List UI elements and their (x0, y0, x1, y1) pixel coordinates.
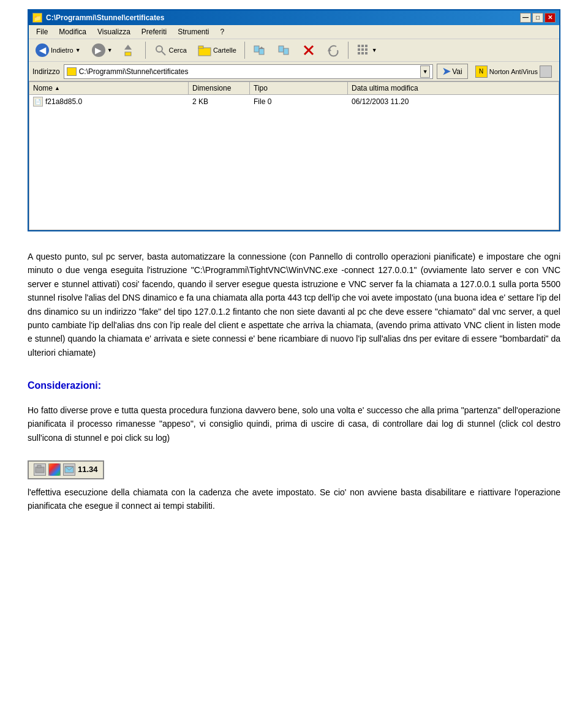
explorer-window: 📁 C:\Programmi\Stunnel\certificates — □ … (28, 9, 560, 231)
paragraph-2: Ho fatto diverse prove e tutta questa pr… (28, 403, 560, 444)
search-label: Cerca (169, 47, 187, 54)
minimize-button[interactable]: — (520, 13, 531, 23)
maximize-button[interactable]: □ (532, 13, 543, 23)
svg-point-2 (156, 46, 162, 52)
taskbar-widget: 11.34 (28, 460, 104, 479)
svg-line-3 (162, 51, 165, 55)
back-arrow-icon: ◀ (36, 43, 49, 57)
svg-rect-4 (198, 48, 211, 56)
go-label: Vai (452, 67, 462, 76)
taskbar-icon-3 (63, 463, 75, 476)
svg-rect-0 (125, 52, 131, 56)
up-button[interactable] (119, 41, 141, 59)
taskbar-image: 11.34 (28, 454, 560, 486)
norton-label: Norton AntiVirus (489, 68, 538, 75)
header-date[interactable]: Data ultima modifica (348, 82, 559, 94)
undo-button[interactable] (322, 41, 344, 59)
address-bar: Indirizzo C:\Programmi\Stunnel\certifica… (29, 62, 559, 81)
svg-rect-18 (361, 48, 364, 51)
delete-icon (302, 43, 315, 57)
header-name[interactable]: Nome ▲ (29, 82, 189, 94)
svg-rect-24 (37, 465, 41, 468)
back-dropdown-icon: ▼ (75, 47, 81, 53)
svg-rect-10 (284, 48, 288, 54)
title-bar: 📁 C:\Programmi\Stunnel\certificates — □ … (29, 10, 559, 25)
forward-arrow-icon: ▶ (92, 43, 105, 57)
menu-file[interactable]: File (31, 26, 53, 37)
xp-logo-icon (49, 463, 60, 476)
svg-rect-7 (259, 48, 264, 54)
toolbar: ◀ Indietro ▼ ▶ ▼ (29, 39, 559, 62)
folders-label: Cartelle (213, 47, 236, 54)
file-name-cell: 📄 f21a8d85.0 (29, 96, 189, 108)
svg-rect-14 (358, 45, 360, 47)
svg-rect-20 (358, 52, 360, 54)
views-dropdown-icon: ▼ (372, 47, 377, 53)
header-type[interactable]: Tipo (250, 82, 348, 94)
file-type-cell: File 0 (250, 96, 348, 108)
address-dropdown[interactable]: ▼ (420, 66, 430, 78)
menu-preferiti[interactable]: Preferiti (137, 26, 172, 37)
sort-arrow-icon: ▲ (55, 85, 60, 91)
paragraph-1: A questo punto, sul pc server, basta aut… (28, 250, 560, 359)
address-input-wrap[interactable]: C:\Programmi\Stunnel\certificates ▼ (64, 64, 434, 79)
forward-dropdown-icon: ▼ (107, 47, 113, 53)
copy-icon (277, 43, 291, 57)
svg-marker-8 (259, 47, 264, 49)
svg-rect-9 (279, 46, 284, 52)
norton-area: N Norton AntiVirus (472, 66, 556, 78)
svg-rect-17 (358, 48, 360, 51)
search-button[interactable]: Cerca (149, 41, 191, 59)
go-arrow-icon: ➤ (442, 66, 450, 77)
menu-strumenti[interactable]: Strumenti (173, 26, 214, 37)
svg-rect-6 (254, 46, 259, 52)
file-date-cell: 06/12/2003 11.20 (348, 96, 559, 108)
norton-icon: N (475, 66, 488, 78)
address-label: Indirizzo (32, 67, 60, 76)
undo-icon (326, 43, 340, 57)
taskbar-time: 11.34 (78, 463, 98, 476)
title-bar-controls: — □ ✕ (520, 13, 556, 23)
search-icon (154, 43, 167, 57)
move-button[interactable] (249, 41, 271, 59)
back-button[interactable]: ◀ Indietro ▼ (31, 41, 85, 59)
header-size[interactable]: Dimensione (189, 82, 250, 94)
close-button[interactable]: ✕ (545, 13, 556, 23)
delete-button[interactable] (298, 41, 320, 59)
svg-rect-21 (361, 52, 364, 54)
svg-rect-16 (365, 45, 368, 47)
file-list-header: Nome ▲ Dimensione Tipo Data ultima modif… (29, 82, 559, 95)
file-size-cell: 2 KB (189, 96, 250, 108)
paragraph-3: l'effettiva esecuzione della chiamata co… (28, 486, 560, 513)
menu-visualizza[interactable]: Visualizza (92, 26, 135, 37)
title-bar-left: 📁 C:\Programmi\Stunnel\certificates (32, 13, 164, 23)
svg-marker-1 (124, 45, 132, 50)
copy-button[interactable] (273, 41, 295, 59)
file-list-body: 📄 f21a8d85.0 2 KB File 0 06/12/2003 11.2… (29, 95, 559, 230)
go-button[interactable]: ➤ Vai (437, 64, 467, 79)
views-button[interactable]: ▼ (352, 41, 382, 59)
table-row[interactable]: 📄 f21a8d85.0 2 KB File 0 06/12/2003 11.2… (29, 95, 559, 108)
address-folder-icon (67, 67, 77, 76)
back-label: Indietro (51, 47, 74, 54)
views-icon (356, 43, 370, 57)
menu-modifica[interactable]: Modifica (54, 26, 91, 37)
toolbar-separator-1 (145, 42, 146, 59)
taskbar-icon-1 (34, 463, 46, 476)
window-title: C:\Programmi\Stunnel\certificates (46, 13, 164, 22)
toolbar-separator-2 (244, 42, 245, 59)
up-icon (124, 43, 137, 57)
file-list-area: Nome ▲ Dimensione Tipo Data ultima modif… (29, 81, 559, 230)
svg-rect-22 (365, 52, 368, 54)
forward-button[interactable]: ▶ ▼ (88, 41, 117, 59)
menu-bar: File Modifica Visualizza Preferiti Strum… (29, 25, 559, 39)
toolbar-separator-3 (348, 42, 349, 59)
folders-icon (198, 43, 211, 57)
svg-rect-19 (365, 48, 368, 51)
file-icon: 📄 (33, 97, 43, 107)
svg-rect-15 (361, 45, 364, 47)
folders-button[interactable]: Cartelle (194, 41, 241, 59)
menu-help[interactable]: ? (216, 26, 230, 37)
norton-icon-2 (540, 66, 552, 78)
section-heading: Considerazioni: (28, 378, 560, 394)
